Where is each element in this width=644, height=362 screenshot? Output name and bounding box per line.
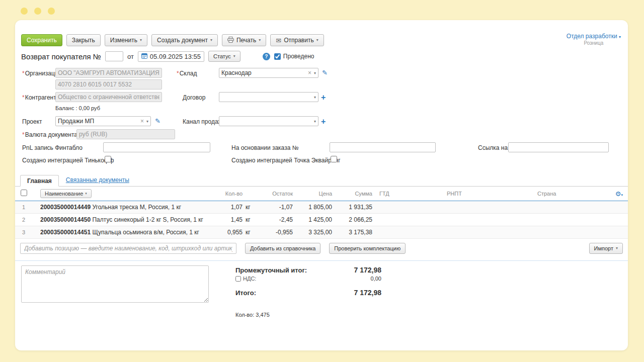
chevron-down-icon[interactable]: ▾: [313, 71, 316, 75]
currency-field[interactable]: [76, 129, 175, 139]
status-button[interactable]: Статус ▾: [208, 51, 240, 62]
order-basis-input[interactable]: [330, 142, 436, 152]
create-document-dropdown-button[interactable]: Создать документ ▾: [151, 34, 218, 46]
vat-toggle[interactable]: НДС:: [235, 276, 256, 282]
date-field[interactable]: 05.09.2025 13:55: [138, 51, 204, 62]
save-button[interactable]: Сохранить: [21, 34, 62, 46]
app-window: Сохранить Закрыть Изменить ▾ Создать док…: [15, 20, 628, 350]
vat-label: НДС:: [243, 276, 256, 282]
add-contract-plus-icon[interactable]: +: [321, 94, 326, 102]
tab-main[interactable]: Главная: [20, 175, 59, 187]
window-dot[interactable]: [21, 8, 28, 15]
project-select[interactable]: Продажи МП × ▾: [55, 116, 151, 126]
tab-related-documents[interactable]: Связанные документы: [66, 176, 129, 186]
qty-column-header: Кол-во: [219, 191, 243, 197]
chevron-down-icon[interactable]: ▾: [621, 193, 623, 197]
project-value: Продажи МП: [58, 118, 139, 125]
calendar-icon: [141, 53, 147, 60]
row-qty: 0,955: [219, 229, 243, 236]
print-label: Печать: [236, 37, 256, 44]
sales-channel-select[interactable]: ▾: [219, 116, 318, 126]
account-type: Розница: [567, 40, 621, 46]
warehouse-select[interactable]: Краснодар × ▾: [219, 68, 318, 78]
conducted-checkbox[interactable]: [274, 53, 281, 60]
send-dropdown-button[interactable]: ✉ Отправить ▾: [270, 34, 324, 46]
subtotal-label: Промежуточный итог:: [235, 266, 307, 274]
row-qty: 1,07: [219, 204, 243, 211]
envelope-icon: ✉: [276, 37, 281, 44]
edit-project-pencil-icon[interactable]: ✎: [155, 117, 160, 125]
organization-account-field[interactable]: [55, 79, 162, 89]
add-position-input[interactable]: [20, 243, 236, 254]
tinkoff-integration-checkbox[interactable]: [105, 156, 111, 162]
chevron-down-icon: ▾: [233, 54, 235, 58]
row-price: 1 425,00: [293, 216, 332, 223]
add-sales-channel-plus-icon[interactable]: +: [321, 118, 326, 126]
pnl-input[interactable]: [103, 142, 210, 152]
chevron-down-icon: ▾: [619, 35, 621, 39]
window-dot[interactable]: [34, 8, 41, 15]
contract-select[interactable]: ▾: [219, 92, 318, 102]
chevron-down-icon[interactable]: ▾: [313, 119, 316, 124]
row-qty: 1,45: [219, 216, 243, 223]
project-label: Проект: [22, 118, 42, 125]
total-value: 7 172,98: [354, 289, 382, 297]
clear-icon[interactable]: ×: [139, 118, 145, 125]
vat-value: 0,00: [371, 276, 381, 282]
tochka-integration-checkbox[interactable]: [331, 156, 337, 162]
organization-field[interactable]: [55, 68, 162, 78]
vat-checkbox[interactable]: [235, 276, 241, 282]
printer-icon: [227, 37, 234, 44]
check-assembly-button[interactable]: Проверить комплектацию: [329, 243, 406, 254]
import-dropdown-button[interactable]: Импорт ▾: [589, 243, 623, 254]
clear-icon[interactable]: ×: [306, 69, 313, 76]
table-row[interactable]: 2 200035000014450 Палтус синекорый 1-2 к…: [15, 214, 628, 226]
chevron-down-icon: ▾: [210, 38, 212, 42]
row-unit: кг: [243, 229, 260, 236]
conducted-toggle[interactable]: Проведено: [274, 53, 314, 60]
required-asterisk: *: [177, 70, 179, 77]
table-row[interactable]: 3 200035000014451 Щупальца осьминога в/м…: [15, 226, 628, 239]
name-column-button[interactable]: Наименование ▾: [40, 189, 92, 198]
counterparty-field[interactable]: [55, 92, 162, 102]
close-button[interactable]: Закрыть: [66, 34, 101, 46]
chevron-down-icon[interactable]: ▾: [313, 95, 316, 100]
chevron-down-icon[interactable]: ▾: [145, 119, 148, 124]
order-link-input[interactable]: [508, 142, 609, 152]
tab-bar: Главная Связанные документы: [15, 175, 628, 187]
total-label: Итого:: [235, 289, 256, 297]
date-value: 05.09.2025 13:55: [150, 53, 201, 60]
currency-label: *Валюта документа: [22, 131, 77, 138]
document-number-input[interactable]: [105, 51, 123, 61]
add-from-catalog-button[interactable]: Добавить из справочника: [245, 243, 320, 254]
edit-dropdown-button[interactable]: Изменить ▾: [105, 34, 147, 46]
account-name: Отдел разработки: [567, 33, 617, 40]
account-menu[interactable]: Отдел разработки ▾ Розница: [567, 33, 621, 46]
tochka-integration-label: Создано интеграцией Точка Эквайринг: [231, 157, 341, 164]
row-name: 200035000014450 Палтус синекорый 1-2 кг …: [32, 216, 219, 223]
select-all-checkbox[interactable]: [21, 190, 27, 196]
sum-column-header: Сумма: [332, 191, 372, 197]
row-name: 200035000014451 Щупальца осьминога в/м, …: [32, 229, 219, 236]
create-document-label: Создать документ: [157, 37, 208, 44]
chevron-down-icon: ▾: [616, 246, 618, 250]
chevron-down-icon: ▾: [85, 192, 87, 196]
edit-warehouse-pencil-icon[interactable]: ✎: [322, 69, 328, 76]
status-label: Статус: [213, 53, 231, 59]
import-label: Импорт: [594, 245, 613, 251]
comment-textarea[interactable]: [21, 265, 209, 303]
print-dropdown-button[interactable]: Печать ▾: [222, 34, 266, 46]
page-title: Возврат покупателя №: [21, 52, 101, 61]
help-icon[interactable]: ?: [263, 53, 270, 60]
subtotal-value: 7 172,98: [354, 266, 382, 274]
row-number: 3: [15, 229, 32, 235]
required-asterisk: *: [22, 131, 25, 138]
window-dot[interactable]: [48, 8, 55, 15]
edit-label: Изменить: [110, 37, 137, 44]
row-price: 3 325,00: [293, 229, 332, 236]
row-stock: -1,07: [260, 204, 293, 211]
table-settings-gear-icon[interactable]: ⚙: [615, 190, 621, 198]
row-sum: 3 175,38: [332, 229, 372, 236]
table-row[interactable]: 1 200035000014449 Угольная треска М, Рос…: [15, 201, 628, 214]
required-asterisk: *: [22, 94, 25, 101]
